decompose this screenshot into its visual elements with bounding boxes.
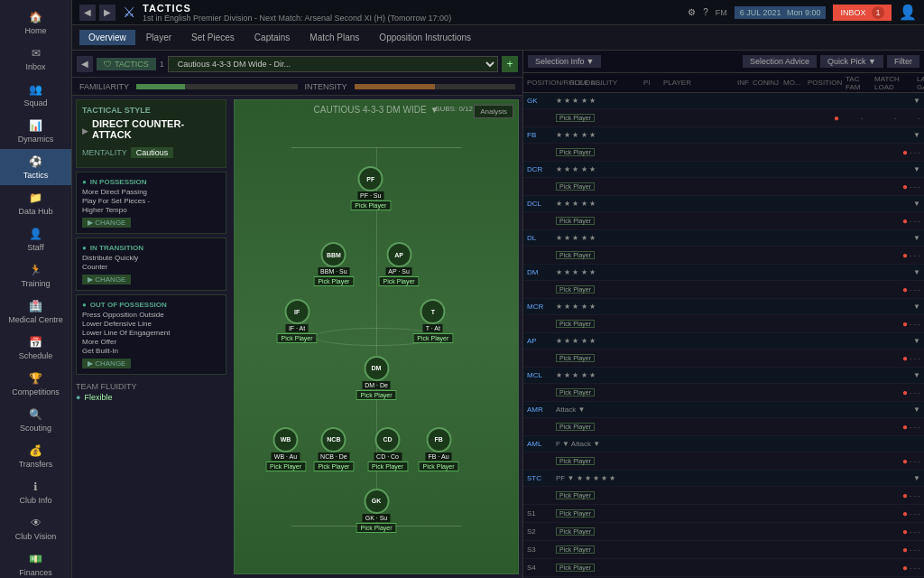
field-player-bbm[interactable]: BBM BBM · Su Pick Player	[313, 242, 354, 286]
change-possession-button[interactable]: ▶ CHANGE	[82, 218, 131, 228]
pick-player-button-bbm[interactable]: Pick Player	[313, 276, 354, 286]
field-player-fb[interactable]: FB FB · Au Pick Player	[419, 427, 459, 471]
pick-player-button-gk[interactable]: Pick Player	[356, 523, 396, 533]
sidebar-item-clubinfo[interactable]: ℹ Club Info	[0, 474, 71, 510]
add-tactic-button[interactable]: +	[502, 56, 518, 72]
position-row-gk: GK ★ ★ ★ ★ ★ ▼	[523, 93, 924, 109]
sidebar-item-datahub[interactable]: 📁 Data Hub	[0, 185, 71, 221]
field-player-dm[interactable]: DM DM · De Pick Player	[356, 356, 396, 400]
pick-player-btn-dl[interactable]: Pick Player	[556, 251, 595, 259]
change-outpossession-button[interactable]: ▶ CHANGE	[82, 359, 131, 368]
pick-player-btn-mcr[interactable]: Pick Player	[556, 320, 595, 328]
field-player-t[interactable]: T T · At Pick Player	[412, 299, 453, 343]
formation-selector[interactable]: Cautious 4-3-3 DM Wide - Dir...	[168, 56, 498, 72]
help-icon[interactable]: ?	[703, 7, 708, 17]
field-player-pf[interactable]: PF PF · Su Pick Player	[350, 166, 391, 210]
pick-player-btn-ap[interactable]: Pick Player	[556, 354, 595, 362]
pick-player-btn-aml[interactable]: Pick Player	[556, 457, 595, 465]
pick-player-button-t[interactable]: Pick Player	[412, 333, 453, 343]
pick-player-button-if[interactable]: Pick Player	[277, 333, 318, 343]
quick-pick-button[interactable]: Quick Pick ▼	[820, 55, 883, 68]
player-row-dcl-pick: Pick Player ● - - -	[523, 212, 924, 230]
pick-player-btn-stc[interactable]: Pick Player	[556, 491, 595, 499]
pick-player-button-fb[interactable]: Pick Player	[419, 461, 459, 471]
sidebar-item-squad[interactable]: 👥 Squad	[0, 77, 71, 113]
field-player-wb[interactable]: WB WB · Au Pick Player	[265, 427, 306, 471]
familiarity-bar-container	[136, 84, 297, 89]
pick-player-btn-mcl[interactable]: Pick Player	[556, 388, 595, 396]
sidebar-item-inbox[interactable]: ✉ Inbox	[0, 41, 71, 77]
sidebar-item-clubvision[interactable]: 👁 Club Vision	[0, 510, 71, 546]
player-panel: Selection Info ▼ Selection Advice Quick …	[523, 51, 924, 578]
tactics-tab-button[interactable]: 🛡 TACTICS	[97, 58, 156, 70]
pick-player-btn-s3[interactable]: Pick Player	[556, 545, 595, 554]
analysis-button[interactable]: Analysis	[474, 105, 513, 118]
pick-player-btn-dm[interactable]: Pick Player	[556, 285, 595, 294]
dropdown-dm[interactable]: ▼	[913, 268, 920, 276]
selection-info-button[interactable]: Selection Info ▼	[528, 55, 601, 68]
field-player-ap[interactable]: AP AP · Su Pick Player	[379, 242, 420, 286]
sidebar-item-tactics[interactable]: ⚽ Tactics	[0, 149, 71, 185]
sidebar-item-staff[interactable]: 👤 Staff	[0, 221, 71, 257]
tab-opposition[interactable]: Opposition Instructions	[370, 30, 480, 45]
field-player-gk[interactable]: GK GK · Su Pick Player	[356, 489, 396, 533]
pick-player-btn-fb[interactable]: Pick Player	[556, 148, 595, 156]
col-header-tacfam: TAC FAM	[845, 75, 873, 91]
sidebar-item-medical[interactable]: 🏥 Medical Centre	[0, 294, 71, 330]
clubinfo-icon: ℹ	[29, 480, 43, 494]
dropdown-dcl[interactable]: ▼	[913, 200, 920, 208]
collapse-button[interactable]: ◀	[77, 56, 93, 72]
finances-icon: 💵	[29, 552, 43, 566]
pick-player-btn-dcl[interactable]: Pick Player	[556, 217, 595, 225]
pick-player-button-ap[interactable]: Pick Player	[379, 276, 420, 286]
forward-button[interactable]: ▶	[99, 5, 116, 21]
change-transition-button[interactable]: ▶ CHANGE	[82, 275, 131, 284]
field-player-if[interactable]: IF IF · At Pick Player	[277, 299, 318, 343]
pick-player-button-cd[interactable]: Pick Player	[367, 461, 408, 471]
col-header-con: CON	[753, 79, 766, 87]
sidebar-item-competitions[interactable]: 🏆 Competitions	[0, 366, 71, 402]
pick-player-btn-s2[interactable]: Pick Player	[556, 527, 595, 536]
sidebar-item-home[interactable]: 🏠 Home	[0, 5, 71, 41]
dropdown-ap[interactable]: ▼	[913, 337, 920, 345]
pick-player-btn-s4[interactable]: Pick Player	[556, 564, 595, 572]
sidebar-item-training[interactable]: 🏃 Training	[0, 257, 71, 294]
dropdown-dcr[interactable]: ▼	[913, 165, 920, 173]
pick-player-btn-s1[interactable]: Pick Player	[556, 509, 595, 517]
tab-setpieces[interactable]: Set Pieces	[182, 30, 244, 45]
sidebar-item-finances[interactable]: 💵 Finances	[0, 546, 71, 578]
back-button[interactable]: ◀	[79, 5, 96, 21]
dropdown-dl[interactable]: ▼	[913, 234, 920, 242]
sidebar-item-transfers[interactable]: 💰 Transfers	[0, 438, 71, 474]
dropdown-amr[interactable]: ▼	[913, 406, 920, 414]
tab-overview[interactable]: Overview	[79, 30, 135, 45]
pick-player-button-dm[interactable]: Pick Player	[356, 390, 396, 400]
intensity-bar-container	[355, 84, 515, 89]
dropdown-stc[interactable]: ▼	[913, 474, 920, 482]
player-list: GK ★ ★ ★ ★ ★ ▼ Pick Player ● - - -	[523, 93, 924, 578]
sidebar-item-scouting[interactable]: 🔍 Scouting	[0, 402, 71, 438]
filter-button[interactable]: Filter	[887, 55, 919, 68]
selection-advice-button[interactable]: Selection Advice	[743, 55, 817, 68]
tab-captains[interactable]: Captains	[245, 30, 299, 45]
pick-player-btn-gk[interactable]: Pick Player	[556, 114, 595, 122]
position-row-dm: DM ★ ★ ★ ★ ★ ▼	[523, 265, 924, 281]
pick-player-button-pf[interactable]: Pick Player	[350, 200, 391, 210]
tab-player[interactable]: Player	[137, 30, 180, 45]
dropdown-mcr[interactable]: ▼	[913, 303, 920, 311]
dropdown-gk[interactable]: ▼	[913, 97, 920, 105]
pick-player-button-ncb[interactable]: Pick Player	[313, 461, 354, 471]
dropdown-fb[interactable]: ▼	[913, 131, 920, 139]
pick-player-btn-amr[interactable]: Pick Player	[556, 423, 595, 431]
field-player-cd[interactable]: CD CD · Co Pick Player	[367, 427, 408, 471]
sidebar-item-schedule[interactable]: 📅 Schedule	[0, 330, 71, 366]
sidebar-item-dynamics[interactable]: 📊 Dynamics	[0, 113, 71, 149]
tab-matchplans[interactable]: Match Plans	[300, 30, 368, 45]
inbox-button[interactable]: INBOX 1	[833, 5, 892, 21]
pick-player-btn-dcr[interactable]: Pick Player	[556, 182, 595, 191]
gear-icon[interactable]: ⚙	[688, 7, 696, 17]
dropdown-mcl[interactable]: ▼	[913, 371, 920, 379]
pick-player-button-wb[interactable]: Pick Player	[265, 461, 306, 471]
field-player-ncb[interactable]: NCB NCB · De Pick Player	[313, 427, 354, 471]
profile-icon[interactable]: 👤	[899, 4, 917, 21]
